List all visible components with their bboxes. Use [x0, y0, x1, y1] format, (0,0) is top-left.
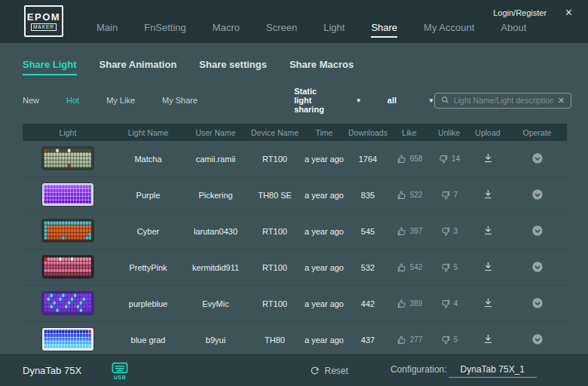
column-header-unlike: Unlike	[430, 128, 468, 137]
unlike-button[interactable]: 5	[430, 335, 468, 345]
search-box: ✕	[434, 93, 571, 109]
light-preview-thumbnail	[42, 147, 93, 170]
downloads-count: 545	[347, 227, 389, 236]
table-header: Light Light Name User Name Device Name T…	[23, 124, 567, 141]
thumbs-up-icon	[397, 299, 407, 309]
user-name: Pickering	[183, 191, 248, 200]
user-name: b9yui	[183, 335, 248, 345]
unlike-count: 5	[454, 335, 458, 344]
download-icon[interactable]	[482, 225, 494, 236]
nav-item-about[interactable]: About	[501, 22, 526, 38]
operate-expand-button[interactable]	[531, 225, 544, 237]
like-button[interactable]: 397	[389, 226, 430, 237]
column-header-user-name: User Name	[183, 128, 248, 137]
download-icon[interactable]	[482, 297, 494, 308]
downloads-count: 1764	[347, 155, 389, 164]
light-preview-thumbnail	[42, 256, 93, 278]
nav-item-light[interactable]: Light	[323, 22, 345, 38]
unlike-button[interactable]: 4	[430, 299, 468, 309]
time: a year ago	[302, 227, 347, 236]
tab-share-macros[interactable]: Share Macros	[289, 59, 354, 75]
clear-search-icon[interactable]: ✕	[558, 96, 565, 106]
filter-hot[interactable]: Hot	[66, 96, 79, 105]
like-button[interactable]: 389	[389, 299, 430, 309]
close-icon[interactable]: ✕	[565, 8, 573, 17]
download-icon[interactable]	[482, 261, 494, 272]
downloads-count: 442	[347, 299, 389, 308]
thumbs-down-icon	[440, 226, 451, 237]
thumbs-down-icon	[440, 190, 451, 201]
table-row[interactable]: Cyber larutan0430 RT100 a year ago 545 3…	[23, 213, 567, 250]
device-name: TH80	[248, 335, 302, 345]
keyboard-icon	[112, 362, 128, 374]
tab-share-light[interactable]: Share Light	[23, 59, 77, 75]
tab-share-settings[interactable]: Share settings	[199, 59, 267, 75]
device-name: RT100	[248, 299, 302, 308]
unlike-button[interactable]: 7	[430, 190, 468, 201]
nav-item-screen[interactable]: Screen	[266, 22, 297, 38]
column-header-upload: Upload	[468, 128, 507, 137]
configuration-group: Configuration: DynaTab 75X_1	[390, 364, 537, 378]
like-button[interactable]: 277	[389, 335, 430, 345]
unlike-button[interactable]: 14	[430, 154, 468, 164]
light-type-dropdown[interactable]: Static light sharing ▼	[294, 87, 362, 114]
like-button[interactable]: 542	[389, 262, 430, 273]
nav-item-fnsetting[interactable]: FnSetting	[144, 22, 186, 38]
light-type-dropdown-value: Static light sharing	[294, 87, 324, 114]
nav-item-my-account[interactable]: My Account	[424, 22, 474, 38]
like-count: 389	[410, 299, 423, 308]
filter-bar: New Hot My Like My Share Static light sh…	[23, 87, 567, 114]
filter-my-like[interactable]: My Like	[106, 96, 135, 105]
table-row[interactable]: purpleblue EvyMic RT100 a year ago 442 3…	[23, 286, 567, 322]
device-filter-dropdown-value: all	[387, 96, 397, 105]
unlike-button[interactable]: 5	[430, 262, 468, 273]
device-name: RT100	[248, 155, 302, 164]
like-count: 277	[410, 335, 423, 344]
footer-actions: Reset Configuration: DynaTab 75X_1	[310, 364, 537, 378]
column-header-light: Light	[23, 128, 113, 137]
light-name: blue grad	[113, 335, 183, 345]
like-button[interactable]: 522	[389, 190, 430, 201]
download-icon[interactable]	[482, 333, 494, 345]
table-row[interactable]: Matcha camii.ramii RT100 a year ago 1764…	[23, 141, 567, 177]
light-preview-thumbnail	[42, 328, 93, 351]
download-icon[interactable]	[482, 152, 494, 164]
nav-item-share[interactable]: Share	[371, 22, 397, 38]
thumbs-up-icon	[397, 335, 407, 345]
chevron-down-icon: ▼	[356, 97, 362, 104]
tab-share-animation[interactable]: Share Animation	[100, 59, 177, 75]
operate-expand-button[interactable]	[531, 188, 544, 201]
thumbs-down-icon	[440, 335, 451, 345]
table-row[interactable]: Purple Pickering TH80 SE a year ago 835 …	[23, 177, 567, 213]
configuration-value[interactable]: DynaTab 75X_1	[449, 364, 537, 378]
filter-new[interactable]: New	[23, 96, 39, 105]
nav-item-macro[interactable]: Macro	[213, 22, 240, 38]
connected-device-name: DynaTab 75X	[23, 365, 81, 376]
download-icon[interactable]	[482, 188, 494, 200]
nav-item-main[interactable]: Main	[96, 22, 118, 38]
operate-expand-button[interactable]	[531, 152, 544, 164]
usb-connection-indicator: USB	[112, 362, 128, 380]
logo-text: EPOM	[27, 12, 60, 22]
operate-expand-button[interactable]	[531, 297, 544, 309]
like-button[interactable]: 658	[389, 154, 430, 164]
device-filter-dropdown[interactable]: all ▼	[387, 96, 434, 105]
filter-my-share[interactable]: My Share	[162, 96, 198, 105]
thumbs-up-icon	[397, 190, 407, 201]
table-row[interactable]: PrettyPink kermitdid911 RT100 a year ago…	[23, 250, 567, 286]
unlike-button[interactable]: 3	[430, 226, 468, 237]
shared-lights-table: Light Light Name User Name Device Name T…	[23, 124, 567, 358]
operate-expand-button[interactable]	[531, 261, 544, 273]
usb-label: USB	[114, 375, 126, 380]
time: a year ago	[302, 263, 347, 272]
column-header-like: Like	[389, 128, 430, 137]
like-count: 542	[410, 263, 423, 271]
downloads-count: 437	[347, 335, 389, 345]
operate-expand-button[interactable]	[531, 333, 544, 345]
reset-button[interactable]: Reset	[310, 366, 348, 376]
table-row[interactable]: blue grad b9yui TH80 a year ago 437 277 …	[23, 322, 567, 358]
login-register-link[interactable]: Login/Register	[493, 8, 547, 17]
search-input[interactable]	[454, 96, 553, 105]
column-header-light-name: Light Name	[113, 128, 183, 137]
like-count: 522	[410, 191, 423, 199]
